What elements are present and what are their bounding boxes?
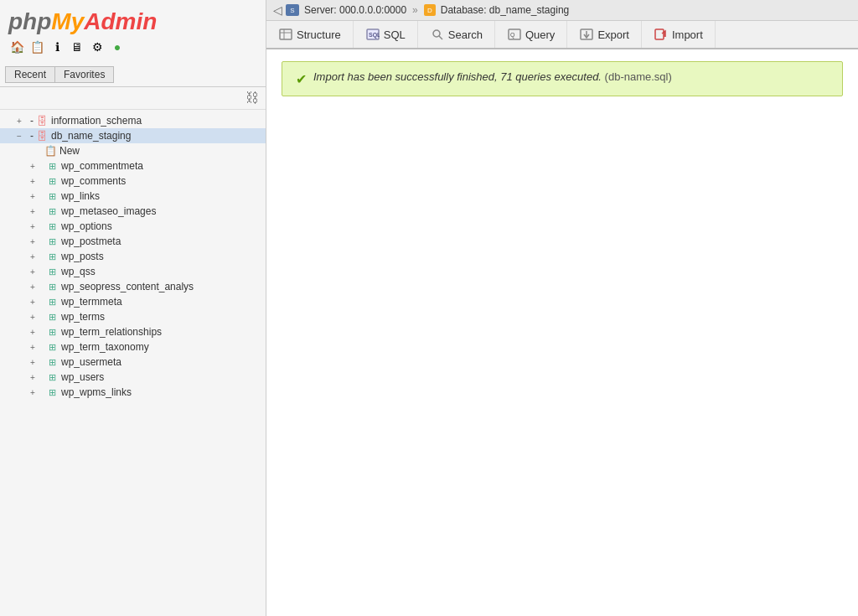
table-label-new[interactable]: New — [59, 145, 80, 157]
table-item-wp-termmeta[interactable]: + ⊞ wp_termmeta — [0, 294, 266, 309]
table-label-wp-termmeta[interactable]: wp_termmeta — [61, 296, 122, 308]
recent-tab[interactable]: Recent — [5, 66, 54, 83]
table-label-wp-wpms-links[interactable]: wp_wpms_links — [61, 386, 132, 398]
table-grid-icon: ⊞ — [45, 160, 59, 172]
structure-label: Structure — [297, 28, 341, 41]
table-item-wp-terms[interactable]: + ⊞ wp_terms — [0, 309, 266, 324]
table-grid-icon: ⊞ — [45, 386, 59, 398]
table-label-wp-qss[interactable]: wp_qss — [61, 266, 96, 277]
breadcrumb: ◁ S Server: 000.0.0.0:0000 » D Database:… — [266, 0, 858, 21]
table-item-wp-term-taxonomy[interactable]: + ⊞ wp_term_taxonomy — [0, 339, 266, 355]
success-message-text: Import has been successfully finished, 7… — [313, 70, 602, 83]
toolbar: Structure SQL SQL Search — [266, 21, 858, 49]
table-grid-icon: ⊞ — [45, 371, 59, 383]
table-item-wp-qss[interactable]: + ⊞ wp_qss — [0, 264, 266, 279]
logo-icons: 🏠 📋 ℹ 🖥 ⚙ ● — [8, 35, 257, 60]
table-item-wp-seopress[interactable]: + ⊞ wp_seopress_content_analys — [0, 279, 266, 294]
import-button[interactable]: Import — [642, 21, 716, 48]
table-label-wp-comments[interactable]: wp_comments — [61, 175, 126, 187]
export-icon — [579, 28, 594, 41]
import-icon — [654, 28, 669, 41]
table-grid-icon: ⊞ — [45, 311, 59, 323]
table-item-wp-links[interactable]: + ⊞ wp_links — [0, 189, 266, 204]
table-item-wp-usermeta[interactable]: + ⊞ wp_usermeta — [0, 355, 266, 370]
table-label-wp-usermeta[interactable]: wp_usermeta — [61, 356, 121, 368]
export-button[interactable]: Export — [567, 21, 642, 48]
server-icon: S — [286, 4, 299, 16]
table-item-wp-posts[interactable]: + ⊞ wp_posts — [0, 249, 266, 264]
table-label-wp-terms[interactable]: wp_terms — [61, 311, 105, 323]
expand-icon: + — [17, 116, 30, 126]
svg-text:SQL: SQL — [369, 32, 380, 39]
table-item-wp-commentmeta[interactable]: + ⊞ wp_commentmeta — [0, 158, 266, 173]
sql-icon: SQL — [365, 28, 380, 41]
table-item-wp-comments[interactable]: + ⊞ wp_comments — [0, 173, 266, 189]
table-item-wp-wpms-links[interactable]: + ⊞ wp_wpms_links — [0, 385, 266, 400]
favorites-tab[interactable]: Favorites — [54, 66, 114, 83]
svg-line-6 — [439, 36, 442, 39]
table-grid-icon: ⊞ — [45, 266, 59, 277]
logo-area: phpMyAdmin 🏠 📋 ℹ 🖥 ⚙ ● — [0, 0, 266, 65]
table-item-wp-postmeta[interactable]: + ⊞ wp_postmeta — [0, 234, 266, 249]
table-label-wp-postmeta[interactable]: wp_postmeta — [61, 236, 121, 247]
search-button[interactable]: Search — [418, 21, 495, 48]
info-icon[interactable]: ℹ — [49, 39, 65, 55]
breadcrumb-database: Database: db_name_staging — [441, 4, 569, 16]
content-area: ✔ Import has been successfully finished,… — [266, 49, 858, 616]
table-label-wp-users[interactable]: wp_users — [61, 371, 104, 383]
table-item-wp-users[interactable]: + ⊞ wp_users — [0, 370, 266, 385]
link-icon-area: ⛓ — [0, 87, 266, 110]
db-label-db-name-staging[interactable]: db_name_staging — [51, 130, 131, 142]
recent-favorites-tabs: Recent Favorites — [0, 65, 266, 87]
breadcrumb-separator: » — [412, 4, 418, 16]
table-grid-icon: ⊞ — [45, 341, 59, 353]
sidebar: phpMyAdmin 🏠 📋 ℹ 🖥 ⚙ ● Recent Favorites … — [0, 0, 266, 616]
monitor-icon[interactable]: 🖥 — [69, 39, 85, 55]
table-label-wp-commentmeta[interactable]: wp_commentmeta — [61, 160, 143, 172]
success-checkmark-icon: ✔ — [296, 71, 307, 87]
db-item-information-schema[interactable]: + - 🗄 information_schema — [0, 113, 266, 128]
table-item-new[interactable]: 📋 New — [0, 143, 266, 158]
table-grid-icon: ⊞ — [45, 190, 59, 202]
table-grid-icon: ⊞ — [45, 220, 59, 232]
structure-button[interactable]: Structure — [266, 21, 354, 48]
table-label-wp-posts[interactable]: wp_posts — [61, 251, 104, 262]
table-label-wp-options[interactable]: wp_options — [61, 220, 112, 232]
table-icon-small[interactable]: 📋 — [28, 39, 45, 55]
export-label: Export — [597, 28, 629, 41]
success-message-box: ✔ Import has been successfully finished,… — [282, 61, 843, 96]
table-label-wp-links[interactable]: wp_links — [61, 190, 100, 202]
svg-point-5 — [433, 30, 440, 37]
table-grid-icon: ⊞ — [45, 356, 59, 368]
chain-icon[interactable]: ⛓ — [246, 91, 259, 105]
success-text: Import has been successfully finished, 7… — [313, 70, 672, 83]
table-grid-icon: ⊞ — [45, 296, 59, 308]
home-icon[interactable]: 🏠 — [8, 39, 25, 55]
plugin-icon[interactable]: ● — [109, 39, 126, 55]
table-grid-icon: ⊞ — [45, 175, 59, 187]
breadcrumb-arrow: ◁ — [273, 3, 282, 17]
table-label-wp-metaseo-images[interactable]: wp_metaseo_images — [61, 205, 156, 217]
sql-label: SQL — [384, 28, 406, 41]
table-label-wp-seopress[interactable]: wp_seopress_content_analys — [61, 281, 194, 292]
svg-text:Q: Q — [510, 32, 515, 39]
svg-rect-0 — [280, 29, 292, 39]
breadcrumb-server: Server: 000.0.0.0:0000 — [304, 4, 406, 16]
db-cylinder-icon: 🗄 — [35, 115, 49, 127]
table-label-wp-term-taxonomy[interactable]: wp_term_taxonomy — [61, 341, 149, 353]
table-label-wp-term-relationships[interactable]: wp_term_relationships — [61, 326, 162, 338]
query-button[interactable]: Q Query — [495, 21, 567, 48]
table-grid-icon: ⊞ — [45, 236, 59, 247]
structure-icon — [278, 28, 293, 41]
settings-icon[interactable]: ⚙ — [89, 39, 106, 55]
success-filename-value: (db-name.sql) — [605, 70, 672, 83]
import-label: Import — [672, 28, 703, 41]
table-item-wp-term-relationships[interactable]: + ⊞ wp_term_relationships — [0, 324, 266, 339]
query-label: Query — [525, 28, 555, 41]
db-label-information-schema[interactable]: information_schema — [51, 115, 142, 127]
table-item-wp-options[interactable]: + ⊞ wp_options — [0, 219, 266, 234]
sql-button[interactable]: SQL SQL — [354, 21, 418, 48]
table-grid-icon: ⊞ — [45, 281, 59, 292]
table-item-wp-metaseo-images[interactable]: + ⊞ wp_metaseo_images — [0, 204, 266, 219]
db-item-db-name-staging[interactable]: − - 🗄 db_name_staging — [0, 128, 266, 143]
